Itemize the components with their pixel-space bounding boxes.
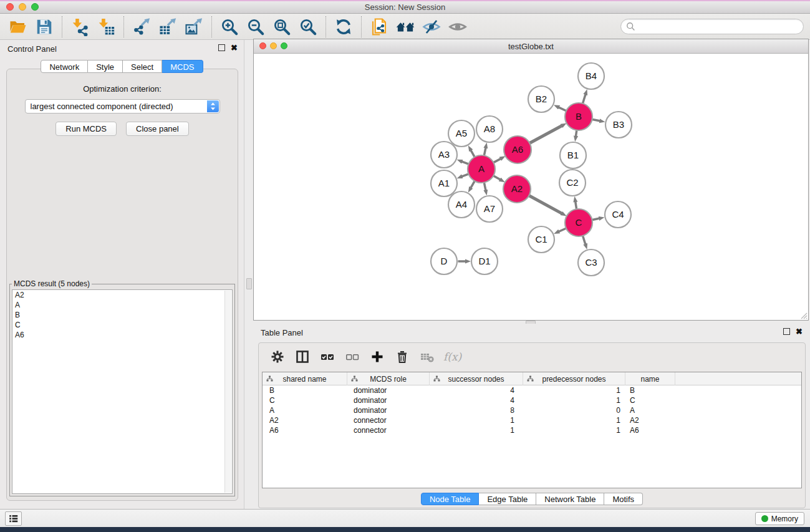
export-image-button[interactable] (181, 16, 207, 38)
column-header-name[interactable]: name (625, 372, 675, 385)
graph-edge-B-B1[interactable] (576, 130, 576, 136)
table-tab-node-table[interactable]: Node Table (421, 493, 480, 505)
close-window-button[interactable] (6, 3, 14, 11)
settings-button[interactable] (266, 346, 289, 367)
graph-node-C1[interactable]: C1 (528, 226, 554, 253)
criterion-dropdown[interactable]: largest connected component (directed) (25, 99, 220, 114)
graph-node-A1[interactable]: A1 (431, 170, 457, 196)
zoom-in-button[interactable] (216, 16, 243, 38)
zoom-window-button[interactable] (31, 3, 39, 11)
search-input[interactable] (635, 21, 803, 33)
graph-node-B1[interactable]: B1 (560, 142, 586, 168)
graph-edge-B-B2[interactable] (559, 107, 566, 110)
graph-node-A4[interactable]: A4 (448, 191, 475, 218)
float-table-panel-icon[interactable] (783, 328, 790, 335)
zoom-out-button[interactable] (243, 16, 269, 38)
mcds-result-item[interactable]: A2 (12, 290, 232, 300)
show-all-button[interactable] (445, 16, 471, 38)
graph-node-D1[interactable]: D1 (471, 248, 498, 274)
network-window-titlebar[interactable]: testGlobe.txt (254, 39, 808, 54)
save-button[interactable] (31, 16, 57, 38)
column-header-predecessor-nodes[interactable]: predecessor nodes (523, 372, 625, 385)
graph-edge-A-A7[interactable] (484, 183, 485, 190)
tab-select[interactable]: Select (123, 60, 162, 73)
export-table-button[interactable] (155, 16, 181, 38)
graph-edge-C-C1[interactable] (559, 228, 566, 231)
table-row[interactable]: Adominator80A (263, 405, 801, 415)
zoom-fit-button[interactable] (269, 16, 295, 38)
table-tab-network-table[interactable]: Network Table (536, 493, 604, 505)
graph-node-A5[interactable]: A5 (448, 120, 475, 147)
minimize-window-button[interactable] (19, 3, 26, 11)
float-panel-icon[interactable] (218, 44, 225, 51)
graph-edge-A-A1[interactable] (462, 174, 468, 177)
import-table-button[interactable] (93, 16, 119, 38)
graph-node-A8[interactable]: A8 (476, 116, 503, 142)
graph-node-A7[interactable]: A7 (476, 196, 503, 222)
graph-edge-B-B3[interactable] (592, 119, 600, 120)
tab-mcds[interactable]: MCDS (162, 60, 203, 73)
export-network-button[interactable] (128, 16, 155, 38)
table-row[interactable]: A2connector11A2 (263, 415, 801, 425)
column-header-mcds-role[interactable]: MCDS role (347, 372, 430, 385)
graph-edge-C-C2[interactable] (576, 202, 577, 209)
close-panel-icon[interactable]: ✖ (231, 44, 238, 51)
table-tab-edge-table[interactable]: Edge Table (479, 493, 536, 505)
graph-node-B4[interactable]: B4 (578, 63, 604, 89)
graph-edge-C-C3[interactable] (583, 236, 586, 244)
delete-column-button[interactable] (391, 346, 413, 367)
select-all-checks-button[interactable] (316, 346, 339, 367)
graph-edge-A-A3[interactable] (462, 162, 468, 164)
memory-button[interactable]: Memory (755, 512, 804, 525)
graph-node-D[interactable]: D (431, 248, 457, 274)
network-canvas[interactable]: AA1A2A3A4A5A6A7A8BB1B2B3B4CC1C2C3C4DD1 (254, 54, 808, 320)
graph-node-A[interactable]: A (468, 155, 495, 183)
graph-node-A2[interactable]: A2 (503, 175, 531, 203)
column-header-shared-name[interactable]: shared name (263, 372, 347, 385)
deselect-all-checks-button[interactable] (341, 346, 364, 367)
graph-edge-A6-B[interactable] (530, 126, 562, 143)
run-mcds-button[interactable]: Run MCDS (55, 122, 117, 136)
add-column-button[interactable] (366, 346, 388, 367)
graph-node-A3[interactable]: A3 (431, 142, 457, 168)
graph-node-A6[interactable]: A6 (504, 136, 531, 163)
import-network-button[interactable] (67, 16, 93, 38)
graph-edge-A2-C[interactable] (529, 196, 562, 213)
close-panel-button[interactable]: Close panel (126, 122, 189, 136)
refresh-button[interactable] (330, 16, 357, 38)
resize-grip-icon[interactable] (799, 311, 808, 319)
zoom-selected-button[interactable] (295, 16, 321, 38)
graph-node-C3[interactable]: C3 (578, 249, 604, 276)
table-row[interactable]: Cdominator41C (263, 395, 801, 405)
close-table-panel-icon[interactable]: ✖ (796, 328, 803, 335)
split-columns-button[interactable] (291, 346, 314, 367)
column-header-successor-nodes[interactable]: successor nodes (430, 372, 523, 385)
graph-edge-A-A2[interactable] (494, 176, 500, 180)
new-session-button[interactable] (366, 16, 392, 38)
table-tab-motifs[interactable]: Motifs (604, 493, 643, 505)
graph-edge-A-A4[interactable] (471, 181, 475, 188)
table-row[interactable]: A6connector11A6 (263, 425, 801, 435)
graph-node-B[interactable]: B (565, 103, 592, 130)
network-close-button[interactable] (259, 42, 266, 49)
table-row[interactable]: Bdominator41B (263, 385, 801, 395)
open-file-button[interactable] (5, 16, 31, 38)
task-history-button[interactable] (5, 511, 22, 526)
mcds-result-item[interactable]: A (12, 300, 232, 310)
graph-edge-A-A5[interactable] (471, 150, 475, 157)
mcds-result-item[interactable]: A6 (12, 330, 232, 340)
mcds-result-item[interactable]: B (12, 310, 232, 320)
home-button[interactable] (392, 16, 418, 38)
network-minimize-button[interactable] (270, 42, 277, 49)
search-field[interactable] (620, 19, 804, 34)
hide-selected-button[interactable] (418, 16, 445, 38)
graph-node-C4[interactable]: C4 (605, 201, 631, 228)
graph-node-B2[interactable]: B2 (528, 86, 554, 112)
tab-style[interactable]: Style (88, 60, 123, 73)
vertical-sash-grip[interactable] (246, 278, 252, 289)
graph-edge-A-A8[interactable] (484, 148, 485, 155)
graph-node-C[interactable]: C (565, 209, 592, 236)
graph-edge-A-A6[interactable] (494, 159, 501, 163)
graph-edge-B-B4[interactable] (583, 95, 586, 104)
tab-network[interactable]: Network (41, 60, 88, 73)
